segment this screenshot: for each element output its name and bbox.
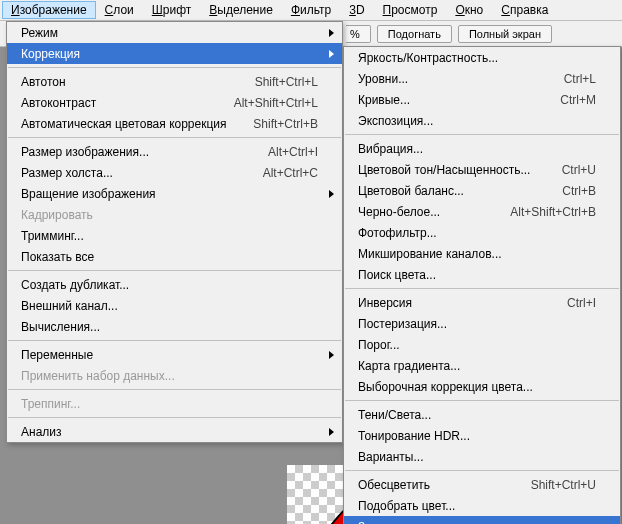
menu-item-label: Треппинг... — [21, 397, 318, 411]
menu-item-label: Варианты... — [358, 450, 596, 464]
image-menu-item[interactable]: АвтоконтрастAlt+Shift+Ctrl+L — [7, 92, 342, 113]
adjustments-item[interactable]: Уровни...Ctrl+L — [344, 68, 620, 89]
menu-item-label: Цветовой баланс... — [358, 184, 552, 198]
menubar-item[interactable]: 3D — [340, 1, 373, 19]
menubar-item[interactable]: Шрифт — [143, 1, 200, 19]
menu-item-label: Тени/Света... — [358, 408, 596, 422]
adjustments-item[interactable]: Черно-белое...Alt+Shift+Ctrl+B — [344, 201, 620, 222]
menu-item-label: Цветовой тон/Насыщенность... — [358, 163, 552, 177]
menu-separator — [345, 134, 619, 135]
menu-item-label: Поиск цвета... — [358, 268, 596, 282]
menu-separator — [8, 67, 341, 68]
image-menu-item[interactable]: Коррекция — [7, 43, 342, 64]
image-menu-item[interactable]: Тримминг... — [7, 225, 342, 246]
menu-item-label: Черно-белое... — [358, 205, 500, 219]
menu-item-label: Яркость/Контрастность... — [358, 51, 596, 65]
fit-button[interactable]: Подогнать — [377, 25, 452, 43]
adjustments-item[interactable]: Яркость/Контрастность... — [344, 47, 620, 68]
menu-item-shortcut: Alt+Ctrl+C — [253, 166, 318, 180]
adjustments-item[interactable]: Варианты... — [344, 446, 620, 467]
zoom-fragment[interactable]: % — [346, 25, 371, 43]
menubar-item[interactable]: Просмотр — [374, 1, 447, 19]
menubar-item[interactable]: Справка — [492, 1, 557, 19]
adjustments-item[interactable]: Заменить цвет... — [344, 516, 620, 524]
adjustments-item[interactable]: Экспозиция... — [344, 110, 620, 131]
image-menu-item[interactable]: Размер изображения...Alt+Ctrl+I — [7, 141, 342, 162]
adjustments-item[interactable]: Кривые...Ctrl+M — [344, 89, 620, 110]
menu-separator — [345, 470, 619, 471]
menu-item-label: Переменные — [21, 348, 318, 362]
menu-item-label: Микширование каналов... — [358, 247, 596, 261]
adjustments-item[interactable]: Постеризация... — [344, 313, 620, 334]
menu-item-label: Уровни... — [358, 72, 554, 86]
image-menu-item[interactable]: Автоматическая цветовая коррекцияShift+C… — [7, 113, 342, 134]
adjustments-item[interactable]: Выборочная коррекция цвета... — [344, 376, 620, 397]
image-menu-item[interactable]: Анализ — [7, 421, 342, 442]
menu-item-label: Тримминг... — [21, 229, 318, 243]
image-menu-item[interactable]: Внешний канал... — [7, 295, 342, 316]
menu-item-shortcut: Ctrl+U — [552, 163, 596, 177]
adjustments-item[interactable]: ОбесцветитьShift+Ctrl+U — [344, 474, 620, 495]
adjustments-item[interactable]: Цветовой тон/Насыщенность...Ctrl+U — [344, 159, 620, 180]
adjustments-item[interactable]: ИнверсияCtrl+I — [344, 292, 620, 313]
image-menu-item[interactable]: Режим — [7, 22, 342, 43]
menu-item-label: Вибрация... — [358, 142, 596, 156]
menu-separator — [8, 389, 341, 390]
adjustments-item[interactable]: Цветовой баланс...Ctrl+B — [344, 180, 620, 201]
menu-item-label: Создать дубликат... — [21, 278, 318, 292]
menubar-item[interactable]: Изображение — [2, 1, 96, 19]
image-menu-item[interactable]: Вычисления... — [7, 316, 342, 337]
adjustments-item[interactable]: Вибрация... — [344, 138, 620, 159]
menu-item-label: Заменить цвет... — [358, 520, 596, 525]
image-menu-item[interactable]: Создать дубликат... — [7, 274, 342, 295]
adjustments-item[interactable]: Подобрать цвет... — [344, 495, 620, 516]
adjustments-item[interactable]: Карта градиента... — [344, 355, 620, 376]
menubar: ИзображениеСлоиШрифтВыделениеФильтр3DПро… — [0, 0, 622, 21]
menu-item-shortcut: Ctrl+I — [557, 296, 596, 310]
menu-item-label: Вращение изображения — [21, 187, 318, 201]
menu-item-label: Коррекция — [21, 47, 318, 61]
adjustments-item[interactable]: Тени/Света... — [344, 404, 620, 425]
image-menu-item: Кадрировать — [7, 204, 342, 225]
adjustments-item[interactable]: Микширование каналов... — [344, 243, 620, 264]
menu-item-label: Автоконтраст — [21, 96, 224, 110]
adjustments-item[interactable]: Тонирование HDR... — [344, 425, 620, 446]
adjustments-item[interactable]: Фотофильтр... — [344, 222, 620, 243]
adjustments-item[interactable]: Порог... — [344, 334, 620, 355]
image-menu-item[interactable]: Вращение изображения — [7, 183, 342, 204]
fullscreen-button[interactable]: Полный экран — [458, 25, 552, 43]
menu-item-label: Выборочная коррекция цвета... — [358, 380, 596, 394]
menubar-item[interactable]: Выделение — [200, 1, 282, 19]
menu-separator — [8, 270, 341, 271]
image-menu-item[interactable]: Показать все — [7, 246, 342, 267]
menu-item-label: Тонирование HDR... — [358, 429, 596, 443]
menu-item-label: Размер холста... — [21, 166, 253, 180]
image-menu-item[interactable]: Переменные — [7, 344, 342, 365]
menu-separator — [345, 288, 619, 289]
image-menu-item: Применить набор данных... — [7, 365, 342, 386]
menu-item-label: Карта градиента... — [358, 359, 596, 373]
image-menu: РежимКоррекцияАвтотонShift+Ctrl+LАвтокон… — [6, 21, 343, 443]
menu-item-label: Кадрировать — [21, 208, 318, 222]
menu-separator — [8, 137, 341, 138]
adjustments-item[interactable]: Поиск цвета... — [344, 264, 620, 285]
submenu-arrow-icon — [329, 29, 334, 37]
menubar-item[interactable]: Окно — [446, 1, 492, 19]
menu-item-label: Применить набор данных... — [21, 369, 318, 383]
menu-item-label: Подобрать цвет... — [358, 499, 596, 513]
image-menu-item: Треппинг... — [7, 393, 342, 414]
adjustments-submenu: Яркость/Контрастность...Уровни...Ctrl+LК… — [343, 46, 621, 524]
menu-item-shortcut: Ctrl+B — [552, 184, 596, 198]
menubar-item[interactable]: Слои — [96, 1, 143, 19]
menubar-item[interactable]: Фильтр — [282, 1, 340, 19]
menu-item-label: Внешний канал... — [21, 299, 318, 313]
menu-item-label: Вычисления... — [21, 320, 318, 334]
submenu-arrow-icon — [329, 428, 334, 436]
menu-item-label: Обесцветить — [358, 478, 521, 492]
image-menu-item[interactable]: Размер холста...Alt+Ctrl+C — [7, 162, 342, 183]
menu-item-label: Размер изображения... — [21, 145, 258, 159]
menu-separator — [345, 400, 619, 401]
menu-item-label: Режим — [21, 26, 318, 40]
image-menu-item[interactable]: АвтотонShift+Ctrl+L — [7, 71, 342, 92]
menu-item-shortcut: Ctrl+M — [550, 93, 596, 107]
